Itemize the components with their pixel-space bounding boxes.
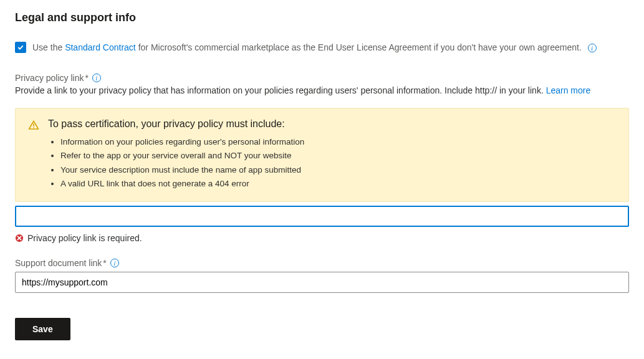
support-label: Support document link (15, 258, 102, 268)
required-indicator: * (85, 73, 88, 83)
privacy-error-row: Privacy policy link is required. (15, 233, 629, 243)
contract-suffix: for Microsoft's commercial marketplace a… (136, 42, 582, 52)
support-section: Support document link* i (15, 258, 629, 293)
support-label-row: Support document link* i (15, 258, 629, 268)
privacy-description-row: Provide a link to your privacy policy th… (15, 85, 629, 95)
privacy-link-input[interactable] (15, 206, 629, 227)
error-icon (15, 234, 24, 242)
check-icon (17, 44, 24, 51)
standard-contract-text: Use the Standard Contract for Microsoft'… (32, 42, 597, 52)
learn-more-link[interactable]: Learn more (546, 85, 591, 95)
privacy-description: Provide a link to your privacy policy th… (15, 85, 546, 95)
warning-icon (28, 120, 39, 133)
privacy-error-text: Privacy policy link is required. (27, 233, 142, 243)
info-icon[interactable]: i (588, 44, 597, 52)
contract-prefix: Use the (32, 42, 65, 52)
alert-item: Information on your policies regarding u… (60, 136, 616, 148)
privacy-label: Privacy policy link (15, 73, 84, 83)
svg-point-1 (33, 127, 34, 128)
info-icon[interactable]: i (110, 259, 119, 267)
info-icon[interactable]: i (92, 74, 101, 82)
standard-contract-row: Use the Standard Contract for Microsoft'… (15, 42, 629, 53)
save-button[interactable]: Save (15, 318, 70, 340)
support-link-input[interactable] (15, 272, 629, 293)
certification-alert: To pass certification, your privacy poli… (15, 108, 629, 202)
required-indicator: * (103, 258, 106, 268)
standard-contract-checkbox[interactable] (15, 42, 26, 53)
standard-contract-link[interactable]: Standard Contract (65, 42, 136, 52)
alert-item: Your service description must include th… (60, 164, 616, 176)
section-title: Legal and support info (15, 11, 629, 24)
privacy-label-row: Privacy policy link* i (15, 73, 629, 83)
alert-list: Information on your policies regarding u… (48, 136, 616, 190)
alert-heading: To pass certification, your privacy poli… (48, 118, 616, 130)
alert-content: To pass certification, your privacy poli… (48, 118, 616, 191)
alert-item: A valid URL link that does not generate … (60, 178, 616, 190)
alert-item: Refer to the app or your service overall… (60, 150, 616, 162)
